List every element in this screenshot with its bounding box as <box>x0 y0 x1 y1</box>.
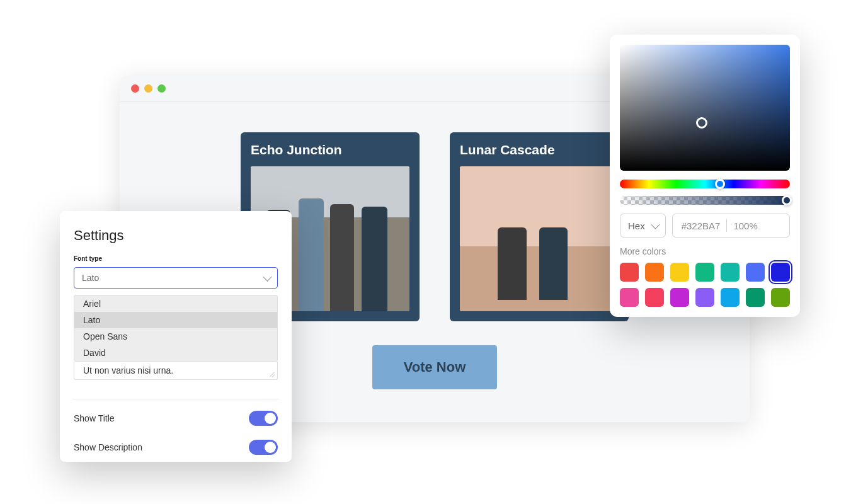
toggle-label: Show Description <box>74 442 142 452</box>
card-image <box>460 166 619 311</box>
show-title-toggle[interactable] <box>249 411 278 426</box>
font-option[interactable]: David <box>74 345 277 361</box>
color-picker-panel: Hex #322BA7 100% More colors <box>610 35 800 317</box>
color-swatch[interactable] <box>771 263 790 282</box>
gradient-cursor[interactable] <box>696 117 707 129</box>
alpha-slider[interactable] <box>620 196 790 205</box>
color-swatch[interactable] <box>670 263 689 282</box>
toggle-row-show-title: Show Title <box>74 411 278 426</box>
color-swatch[interactable] <box>620 263 639 282</box>
color-swatch[interactable] <box>746 263 765 282</box>
color-swatch[interactable] <box>746 288 765 307</box>
resize-handle-icon[interactable] <box>268 370 275 377</box>
more-colors-label: More colors <box>620 246 790 256</box>
color-swatch[interactable] <box>645 263 664 282</box>
color-swatch[interactable] <box>771 288 790 307</box>
color-swatch-grid <box>620 263 790 307</box>
chevron-down-icon <box>651 220 660 229</box>
opacity-value: 100% <box>733 220 757 231</box>
divider <box>72 399 279 399</box>
settings-title: Settings <box>74 227 278 244</box>
vote-card[interactable]: Lunar Cascade <box>450 132 629 321</box>
color-swatch[interactable] <box>721 263 740 282</box>
font-option[interactable]: Lato <box>74 312 277 328</box>
hue-slider-thumb[interactable] <box>715 179 725 189</box>
color-swatch[interactable] <box>670 288 689 307</box>
card-title: Lunar Cascade <box>460 142 619 158</box>
input-divider <box>726 219 727 232</box>
font-option[interactable]: Ariel <box>74 295 277 312</box>
toggle-knob <box>265 413 276 424</box>
card-title: Echo Junction <box>251 142 409 158</box>
font-type-label: Font type <box>74 255 278 262</box>
settings-panel: Settings Font type Lato Ariel Lato Open … <box>60 211 292 462</box>
color-swatch[interactable] <box>695 263 714 282</box>
toggle-row-show-description: Show Description <box>74 440 278 455</box>
textarea-value: Ut non varius nisi urna. <box>83 365 173 375</box>
font-type-selected-value: Lato <box>82 273 99 283</box>
hex-input[interactable]: #322BA7 100% <box>672 214 790 238</box>
toggle-knob <box>265 442 276 453</box>
color-swatch[interactable] <box>620 288 639 307</box>
color-swatch[interactable] <box>645 288 664 307</box>
color-format-value: Hex <box>628 220 645 231</box>
window-maximize-icon[interactable] <box>157 84 166 93</box>
chevron-down-icon <box>263 273 271 282</box>
show-description-toggle[interactable] <box>249 440 278 455</box>
color-input-row: Hex #322BA7 100% <box>620 214 790 238</box>
hue-slider[interactable] <box>620 180 790 188</box>
vote-now-button[interactable]: Vote Now <box>372 345 498 389</box>
toggle-label: Show Title <box>74 413 115 423</box>
window-minimize-icon[interactable] <box>144 84 152 93</box>
window-close-icon[interactable] <box>131 84 139 93</box>
font-option[interactable]: Open Sans <box>74 328 277 345</box>
font-dropdown-list: Ariel Lato Open Sans David <box>74 295 278 362</box>
color-format-select[interactable]: Hex <box>620 214 666 238</box>
color-swatch[interactable] <box>721 288 740 307</box>
font-type-select[interactable]: Lato <box>74 267 278 289</box>
color-swatch[interactable] <box>695 288 714 307</box>
color-gradient-area[interactable] <box>620 45 790 171</box>
alpha-slider-thumb[interactable] <box>782 195 792 205</box>
description-textarea[interactable]: Ut non varius nisi urna. <box>74 362 278 380</box>
hex-value: #322BA7 <box>682 220 721 231</box>
